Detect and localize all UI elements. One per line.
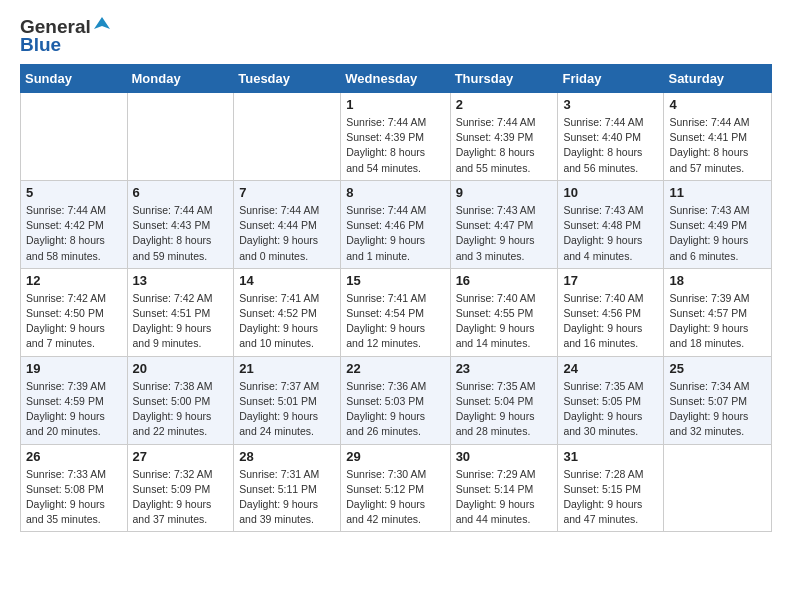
- day-number: 17: [563, 273, 658, 288]
- day-number: 23: [456, 361, 553, 376]
- day-info: Sunrise: 7:29 AMSunset: 5:14 PMDaylight:…: [456, 467, 553, 528]
- day-number: 27: [133, 449, 229, 464]
- day-number: 8: [346, 185, 444, 200]
- calendar-cell: 23Sunrise: 7:35 AMSunset: 5:04 PMDayligh…: [450, 356, 558, 444]
- day-number: 9: [456, 185, 553, 200]
- calendar-cell: 17Sunrise: 7:40 AMSunset: 4:56 PMDayligh…: [558, 268, 664, 356]
- page-header: General Blue: [20, 16, 772, 56]
- day-info: Sunrise: 7:37 AMSunset: 5:01 PMDaylight:…: [239, 379, 335, 440]
- day-number: 2: [456, 97, 553, 112]
- weekday-header-wednesday: Wednesday: [341, 65, 450, 93]
- day-info: Sunrise: 7:35 AMSunset: 5:05 PMDaylight:…: [563, 379, 658, 440]
- calendar-cell: 14Sunrise: 7:41 AMSunset: 4:52 PMDayligh…: [234, 268, 341, 356]
- day-info: Sunrise: 7:39 AMSunset: 4:59 PMDaylight:…: [26, 379, 122, 440]
- day-info: Sunrise: 7:44 AMSunset: 4:39 PMDaylight:…: [346, 115, 444, 176]
- calendar-cell: [664, 444, 772, 532]
- day-number: 14: [239, 273, 335, 288]
- day-number: 3: [563, 97, 658, 112]
- day-number: 26: [26, 449, 122, 464]
- calendar-cell: 26Sunrise: 7:33 AMSunset: 5:08 PMDayligh…: [21, 444, 128, 532]
- calendar-cell: 21Sunrise: 7:37 AMSunset: 5:01 PMDayligh…: [234, 356, 341, 444]
- day-number: 11: [669, 185, 766, 200]
- day-info: Sunrise: 7:30 AMSunset: 5:12 PMDaylight:…: [346, 467, 444, 528]
- day-number: 29: [346, 449, 444, 464]
- day-number: 28: [239, 449, 335, 464]
- day-number: 6: [133, 185, 229, 200]
- svg-marker-0: [94, 17, 110, 29]
- day-info: Sunrise: 7:44 AMSunset: 4:42 PMDaylight:…: [26, 203, 122, 264]
- day-info: Sunrise: 7:28 AMSunset: 5:15 PMDaylight:…: [563, 467, 658, 528]
- day-number: 7: [239, 185, 335, 200]
- calendar-cell: 11Sunrise: 7:43 AMSunset: 4:49 PMDayligh…: [664, 180, 772, 268]
- calendar-cell: 2Sunrise: 7:44 AMSunset: 4:39 PMDaylight…: [450, 93, 558, 181]
- day-info: Sunrise: 7:43 AMSunset: 4:49 PMDaylight:…: [669, 203, 766, 264]
- calendar-cell: 6Sunrise: 7:44 AMSunset: 4:43 PMDaylight…: [127, 180, 234, 268]
- day-info: Sunrise: 7:34 AMSunset: 5:07 PMDaylight:…: [669, 379, 766, 440]
- calendar-cell: 31Sunrise: 7:28 AMSunset: 5:15 PMDayligh…: [558, 444, 664, 532]
- logo-bird-icon: [92, 15, 112, 35]
- calendar-cell: 9Sunrise: 7:43 AMSunset: 4:47 PMDaylight…: [450, 180, 558, 268]
- day-info: Sunrise: 7:42 AMSunset: 4:51 PMDaylight:…: [133, 291, 229, 352]
- day-info: Sunrise: 7:33 AMSunset: 5:08 PMDaylight:…: [26, 467, 122, 528]
- day-info: Sunrise: 7:39 AMSunset: 4:57 PMDaylight:…: [669, 291, 766, 352]
- calendar-cell: 19Sunrise: 7:39 AMSunset: 4:59 PMDayligh…: [21, 356, 128, 444]
- calendar-cell: [127, 93, 234, 181]
- calendar-cell: 3Sunrise: 7:44 AMSunset: 4:40 PMDaylight…: [558, 93, 664, 181]
- day-info: Sunrise: 7:41 AMSunset: 4:54 PMDaylight:…: [346, 291, 444, 352]
- day-number: 20: [133, 361, 229, 376]
- calendar-cell: 30Sunrise: 7:29 AMSunset: 5:14 PMDayligh…: [450, 444, 558, 532]
- calendar-cell: 7Sunrise: 7:44 AMSunset: 4:44 PMDaylight…: [234, 180, 341, 268]
- day-info: Sunrise: 7:44 AMSunset: 4:39 PMDaylight:…: [456, 115, 553, 176]
- day-info: Sunrise: 7:44 AMSunset: 4:46 PMDaylight:…: [346, 203, 444, 264]
- calendar-cell: 5Sunrise: 7:44 AMSunset: 4:42 PMDaylight…: [21, 180, 128, 268]
- day-info: Sunrise: 7:44 AMSunset: 4:44 PMDaylight:…: [239, 203, 335, 264]
- day-number: 18: [669, 273, 766, 288]
- day-info: Sunrise: 7:40 AMSunset: 4:55 PMDaylight:…: [456, 291, 553, 352]
- weekday-header-monday: Monday: [127, 65, 234, 93]
- weekday-header-tuesday: Tuesday: [234, 65, 341, 93]
- calendar-cell: 24Sunrise: 7:35 AMSunset: 5:05 PMDayligh…: [558, 356, 664, 444]
- day-number: 15: [346, 273, 444, 288]
- calendar-cell: 20Sunrise: 7:38 AMSunset: 5:00 PMDayligh…: [127, 356, 234, 444]
- day-number: 30: [456, 449, 553, 464]
- calendar-cell: 22Sunrise: 7:36 AMSunset: 5:03 PMDayligh…: [341, 356, 450, 444]
- calendar-cell: 18Sunrise: 7:39 AMSunset: 4:57 PMDayligh…: [664, 268, 772, 356]
- day-info: Sunrise: 7:44 AMSunset: 4:43 PMDaylight:…: [133, 203, 229, 264]
- weekday-header-saturday: Saturday: [664, 65, 772, 93]
- calendar-cell: [234, 93, 341, 181]
- day-info: Sunrise: 7:43 AMSunset: 4:47 PMDaylight:…: [456, 203, 553, 264]
- day-info: Sunrise: 7:44 AMSunset: 4:41 PMDaylight:…: [669, 115, 766, 176]
- day-number: 16: [456, 273, 553, 288]
- calendar-cell: [21, 93, 128, 181]
- day-number: 22: [346, 361, 444, 376]
- calendar-cell: 27Sunrise: 7:32 AMSunset: 5:09 PMDayligh…: [127, 444, 234, 532]
- calendar-cell: 12Sunrise: 7:42 AMSunset: 4:50 PMDayligh…: [21, 268, 128, 356]
- day-number: 1: [346, 97, 444, 112]
- day-number: 4: [669, 97, 766, 112]
- day-info: Sunrise: 7:40 AMSunset: 4:56 PMDaylight:…: [563, 291, 658, 352]
- day-info: Sunrise: 7:42 AMSunset: 4:50 PMDaylight:…: [26, 291, 122, 352]
- logo-blue-text: Blue: [20, 34, 61, 56]
- day-number: 5: [26, 185, 122, 200]
- day-info: Sunrise: 7:32 AMSunset: 5:09 PMDaylight:…: [133, 467, 229, 528]
- day-number: 24: [563, 361, 658, 376]
- calendar-cell: 13Sunrise: 7:42 AMSunset: 4:51 PMDayligh…: [127, 268, 234, 356]
- day-info: Sunrise: 7:38 AMSunset: 5:00 PMDaylight:…: [133, 379, 229, 440]
- calendar-table: SundayMondayTuesdayWednesdayThursdayFrid…: [20, 64, 772, 532]
- weekday-header-friday: Friday: [558, 65, 664, 93]
- day-info: Sunrise: 7:43 AMSunset: 4:48 PMDaylight:…: [563, 203, 658, 264]
- calendar-cell: 28Sunrise: 7:31 AMSunset: 5:11 PMDayligh…: [234, 444, 341, 532]
- day-info: Sunrise: 7:31 AMSunset: 5:11 PMDaylight:…: [239, 467, 335, 528]
- weekday-header-sunday: Sunday: [21, 65, 128, 93]
- day-number: 10: [563, 185, 658, 200]
- day-number: 25: [669, 361, 766, 376]
- day-number: 19: [26, 361, 122, 376]
- day-info: Sunrise: 7:41 AMSunset: 4:52 PMDaylight:…: [239, 291, 335, 352]
- calendar-cell: 29Sunrise: 7:30 AMSunset: 5:12 PMDayligh…: [341, 444, 450, 532]
- logo: General Blue: [20, 16, 112, 56]
- calendar-cell: 25Sunrise: 7:34 AMSunset: 5:07 PMDayligh…: [664, 356, 772, 444]
- day-number: 13: [133, 273, 229, 288]
- day-info: Sunrise: 7:36 AMSunset: 5:03 PMDaylight:…: [346, 379, 444, 440]
- day-info: Sunrise: 7:35 AMSunset: 5:04 PMDaylight:…: [456, 379, 553, 440]
- weekday-header-thursday: Thursday: [450, 65, 558, 93]
